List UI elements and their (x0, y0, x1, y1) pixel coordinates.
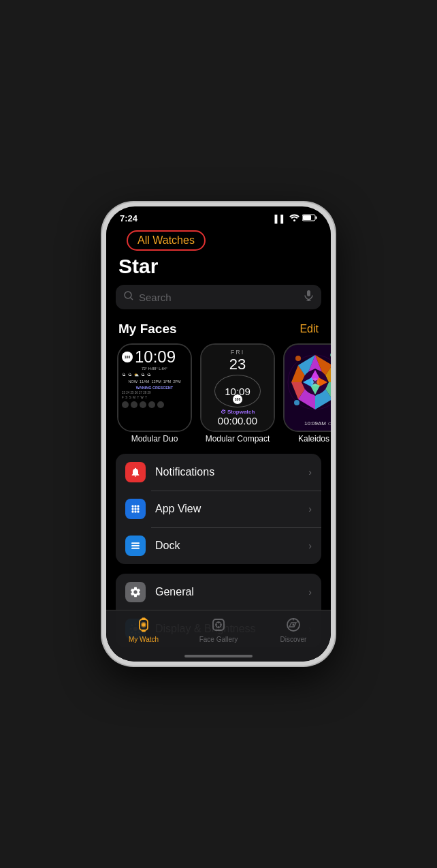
svg-text:CHA: CHA (328, 422, 331, 426)
date-label: 23 (229, 356, 246, 373)
day-dots: F S S M T W T (122, 396, 187, 399)
all-watches-button[interactable]: All Watches (127, 230, 206, 251)
ring-container: 10:09 100 (214, 375, 261, 407)
faces-scroll: 100 10:09 72° H:88° L:64° 🌤🌤⛅🌤🌤 NOW 11AM… (106, 343, 331, 454)
svg-point-24 (137, 508, 139, 510)
svg-text:10:09AM: 10:09AM (304, 420, 326, 427)
dock-label: Dock (155, 540, 308, 552)
my-faces-title: My Faces (118, 322, 177, 337)
menu-section-1: Notifications › App View › (116, 454, 321, 564)
chrono-time: 00:00.00 (218, 415, 257, 427)
face-modular-compact[interactable]: FRI 23 10:09 100 ⏱ Stopwatch 00:00.00 Mo… (200, 343, 275, 444)
svg-rect-28 (131, 542, 140, 544)
general-label: General (155, 586, 308, 598)
svg-point-27 (137, 510, 139, 512)
calendar-row: 23 24 25 26 27 28 29 (122, 391, 187, 394)
phone-frame: 7:24 ▌▌ (102, 202, 335, 666)
svg-point-23 (134, 508, 136, 510)
discover-tab-label: Discover (280, 636, 307, 643)
edit-faces-button[interactable]: Edit (300, 323, 319, 335)
notifications-item[interactable]: Notifications › (116, 454, 321, 491)
status-icons: ▌▌ (274, 214, 317, 223)
face-modular-duo[interactable]: 100 10:09 72° H:88° L:64° 🌤🌤⛅🌤🌤 NOW 11AM… (117, 343, 192, 444)
status-time: 7:24 (120, 213, 137, 223)
app-view-label: App View (155, 503, 308, 515)
wifi-icon (289, 214, 300, 223)
mic-icon (304, 290, 313, 304)
discover-tab-icon (285, 616, 302, 634)
face-kaleidoscope-preview: 10:09AM CHA (283, 343, 331, 432)
battery-icon (302, 214, 317, 223)
face-time: 10:09 (135, 349, 176, 365)
svg-point-4 (125, 292, 131, 298)
svg-rect-2 (316, 216, 317, 219)
kaleidoscope-label: Kaleidos (298, 434, 329, 444)
svg-rect-30 (131, 548, 140, 549)
home-indicator (184, 655, 253, 657)
svg-line-47 (297, 621, 299, 622)
my-faces-header: My Faces Edit (106, 319, 331, 343)
face-modular-compact-preview: FRI 23 10:09 100 ⏱ Stopwatch 00:00.00 (200, 343, 275, 432)
svg-point-45 (293, 624, 295, 626)
signal-icon: ▌▌ (274, 215, 287, 223)
content-area: All Watches Star Search (106, 226, 331, 657)
general-item[interactable]: General › (116, 574, 321, 610)
screen-content: All Watches Star Search (106, 226, 331, 657)
modular-duo-label: Modular Duo (131, 434, 178, 444)
svg-point-16 (294, 400, 300, 405)
general-chevron: › (308, 587, 312, 598)
stopwatch-label: ⏱ Stopwatch (221, 409, 255, 415)
face-gallery-tab-icon (210, 616, 227, 634)
notifications-icon (125, 462, 146, 482)
svg-rect-29 (131, 545, 140, 546)
tab-my-watch[interactable]: My Watch (106, 616, 181, 643)
app-view-chevron: › (308, 503, 312, 514)
ring-badge: 100 (233, 394, 242, 404)
day-label: FRI (231, 349, 245, 356)
search-icon (124, 291, 133, 303)
svg-point-26 (134, 510, 136, 512)
app-view-item[interactable]: App View › (116, 491, 321, 527)
moon-phase: WANING CRESCENT (122, 386, 187, 390)
svg-point-12 (311, 378, 319, 386)
general-icon (125, 582, 146, 602)
svg-rect-3 (303, 215, 311, 220)
tab-face-gallery[interactable]: Face Gallery (181, 616, 256, 643)
svg-point-22 (131, 508, 133, 510)
svg-rect-34 (142, 630, 146, 632)
svg-rect-37 (213, 619, 224, 630)
search-placeholder: Search (139, 292, 299, 303)
page-title: Star (106, 252, 331, 285)
svg-point-13 (295, 356, 301, 361)
my-watch-tab-icon (135, 616, 152, 634)
svg-point-20 (134, 505, 136, 507)
badge-100: 100 (122, 352, 133, 362)
svg-rect-6 (307, 290, 310, 296)
my-watch-tab-label: My Watch (129, 636, 159, 643)
notifications-chevron: › (308, 467, 312, 478)
tab-discover[interactable]: Discover (256, 616, 331, 643)
dock-icon (125, 536, 146, 556)
kaleido-svg: 10:09AM CHA (285, 345, 331, 432)
svg-point-25 (131, 510, 133, 512)
dock-item[interactable]: Dock › (116, 527, 321, 564)
svg-point-21 (137, 505, 139, 507)
search-bar[interactable]: Search (116, 285, 321, 309)
svg-point-19 (131, 505, 133, 507)
notch (178, 206, 259, 223)
phone-screen: 7:24 ▌▌ (106, 206, 331, 662)
dock-chevron: › (308, 540, 312, 551)
svg-point-0 (293, 219, 295, 221)
svg-rect-33 (142, 618, 146, 620)
modular-compact-label: Modular Compact (206, 434, 270, 444)
svg-line-5 (131, 298, 133, 300)
svg-point-36 (142, 623, 146, 627)
face-kaleidoscope[interactable]: 10:09AM CHA Kaleidos (283, 343, 331, 444)
face-modular-duo-preview: 100 10:09 72° H:88° L:64° 🌤🌤⛅🌤🌤 NOW 11AM… (117, 343, 192, 432)
face-gallery-tab-label: Face Gallery (199, 636, 238, 643)
notifications-label: Notifications (155, 466, 308, 478)
weather-info: 72° H:88° L:64° 🌤🌤⛅🌤🌤 NOW 11AM 12PM 1PM … (122, 366, 187, 384)
bottom-dots (122, 401, 187, 408)
app-view-icon (125, 499, 146, 519)
tab-bar: My Watch Face Gallery (106, 610, 331, 662)
